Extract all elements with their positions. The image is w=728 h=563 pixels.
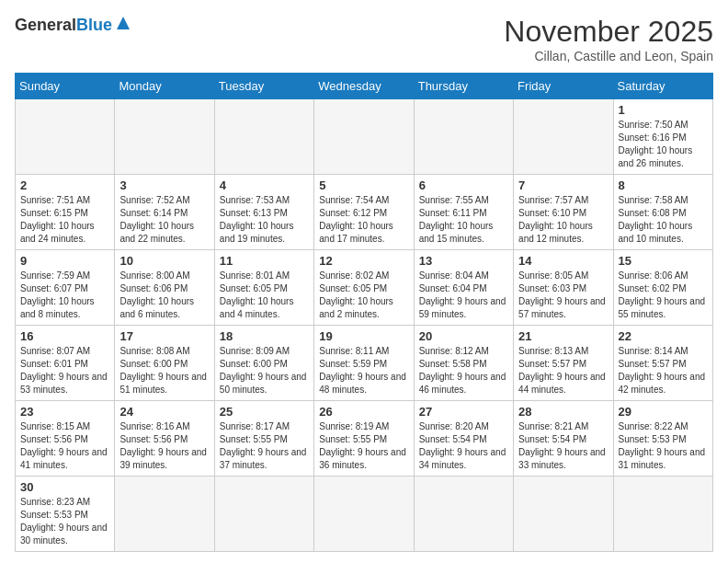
day-info: Sunrise: 8:05 AM Sunset: 6:03 PM Dayligh… [518,270,608,321]
calendar-cell: 16Sunrise: 8:07 AM Sunset: 6:01 PM Dayli… [16,326,115,401]
calendar-cell: 30Sunrise: 8:23 AM Sunset: 5:53 PM Dayli… [16,477,115,552]
day-number: 14 [518,254,608,268]
day-number: 6 [419,178,508,192]
day-number: 2 [20,178,109,192]
day-info: Sunrise: 8:04 AM Sunset: 6:04 PM Dayligh… [419,270,508,321]
calendar-week-row: 1Sunrise: 7:50 AM Sunset: 6:16 PM Daylig… [16,99,713,175]
calendar-cell: 1Sunrise: 7:50 AM Sunset: 6:16 PM Daylig… [613,99,712,175]
calendar-cell: 4Sunrise: 7:53 AM Sunset: 6:13 PM Daylig… [214,175,313,250]
day-number: 16 [20,329,109,343]
day-info: Sunrise: 8:17 AM Sunset: 5:55 PM Dayligh… [220,420,309,472]
svg-marker-0 [117,17,130,29]
calendar-table: SundayMondayTuesdayWednesdayThursdayFrid… [15,73,713,552]
day-info: Sunrise: 7:58 AM Sunset: 6:08 PM Dayligh… [619,194,708,246]
calendar-cell: 8Sunrise: 7:58 AM Sunset: 6:08 PM Daylig… [613,175,712,250]
day-number: 15 [619,254,708,268]
day-number: 13 [419,254,508,268]
day-number: 26 [319,405,408,419]
day-number: 24 [119,405,209,419]
day-number: 23 [20,405,109,419]
day-info: Sunrise: 8:14 AM Sunset: 5:57 PM Dayligh… [619,345,708,396]
day-info: Sunrise: 8:02 AM Sunset: 6:05 PM Dayligh… [319,270,408,321]
day-number: 7 [518,178,608,192]
day-number: 20 [419,329,508,343]
day-number: 12 [319,254,408,268]
day-info: Sunrise: 7:53 AM Sunset: 6:13 PM Dayligh… [220,194,309,246]
weekday-header-thursday: Thursday [414,74,513,99]
logo-icon [115,15,131,35]
day-number: 29 [619,405,708,419]
title-area: November 2025 Cillan, Castille and Leon,… [504,15,713,63]
calendar-cell [214,477,313,552]
day-info: Sunrise: 7:52 AM Sunset: 6:14 PM Dayligh… [119,194,209,246]
calendar-cell: 12Sunrise: 8:02 AM Sunset: 6:05 PM Dayli… [314,250,414,326]
calendar-cell [514,477,613,552]
day-number: 25 [220,405,309,419]
day-number: 3 [119,178,209,192]
weekday-header-monday: Monday [115,74,214,99]
calendar-cell: 13Sunrise: 8:04 AM Sunset: 6:04 PM Dayli… [414,250,513,326]
day-info: Sunrise: 8:13 AM Sunset: 5:57 PM Dayligh… [518,345,608,396]
weekday-header-friday: Friday [514,74,613,99]
calendar-cell: 22Sunrise: 8:14 AM Sunset: 5:57 PM Dayli… [613,326,712,401]
calendar-cell: 17Sunrise: 8:08 AM Sunset: 6:00 PM Dayli… [115,326,214,401]
month-title: November 2025 [504,15,713,49]
day-info: Sunrise: 8:16 AM Sunset: 5:56 PM Dayligh… [119,420,209,472]
page-header: General Blue November 2025 Cillan, Casti… [15,15,713,63]
calendar-cell: 14Sunrise: 8:05 AM Sunset: 6:03 PM Dayli… [514,250,613,326]
day-info: Sunrise: 7:54 AM Sunset: 6:12 PM Dayligh… [319,194,408,246]
calendar-cell: 9Sunrise: 7:59 AM Sunset: 6:07 PM Daylig… [16,250,115,326]
calendar-cell: 25Sunrise: 8:17 AM Sunset: 5:55 PM Dayli… [214,401,313,477]
calendar-cell [514,99,613,175]
location-subtitle: Cillan, Castille and Leon, Spain [504,49,713,63]
calendar-cell: 10Sunrise: 8:00 AM Sunset: 6:06 PM Dayli… [115,250,214,326]
day-number: 5 [319,178,408,192]
calendar-week-row: 2Sunrise: 7:51 AM Sunset: 6:15 PM Daylig… [16,175,713,250]
calendar-week-row: 23Sunrise: 8:15 AM Sunset: 5:56 PM Dayli… [16,401,713,477]
calendar-cell: 3Sunrise: 7:52 AM Sunset: 6:14 PM Daylig… [115,175,214,250]
day-number: 19 [319,329,408,343]
calendar-cell [414,477,513,552]
day-number: 4 [220,178,309,192]
day-info: Sunrise: 8:06 AM Sunset: 6:02 PM Dayligh… [619,270,708,321]
day-number: 22 [619,329,708,343]
day-info: Sunrise: 7:50 AM Sunset: 6:16 PM Dayligh… [619,119,708,170]
calendar-cell: 28Sunrise: 8:21 AM Sunset: 5:54 PM Dayli… [514,401,613,477]
day-info: Sunrise: 8:00 AM Sunset: 6:06 PM Dayligh… [119,270,209,321]
day-info: Sunrise: 8:12 AM Sunset: 5:58 PM Dayligh… [419,345,508,396]
day-number: 28 [518,405,608,419]
calendar-cell: 21Sunrise: 8:13 AM Sunset: 5:57 PM Dayli… [514,326,613,401]
day-number: 27 [419,405,508,419]
day-number: 1 [619,103,708,117]
calendar-cell [314,99,414,175]
logo-area: General Blue [15,15,131,35]
day-info: Sunrise: 8:15 AM Sunset: 5:56 PM Dayligh… [20,420,109,472]
calendar-cell [214,99,313,175]
calendar-cell: 24Sunrise: 8:16 AM Sunset: 5:56 PM Dayli… [115,401,214,477]
calendar-header-row: SundayMondayTuesdayWednesdayThursdayFrid… [16,74,713,99]
calendar-cell [115,477,214,552]
day-number: 21 [518,329,608,343]
day-info: Sunrise: 8:23 AM Sunset: 5:53 PM Dayligh… [20,496,109,547]
calendar-cell: 2Sunrise: 7:51 AM Sunset: 6:15 PM Daylig… [16,175,115,250]
calendar-cell: 19Sunrise: 8:11 AM Sunset: 5:59 PM Dayli… [314,326,414,401]
calendar-cell: 20Sunrise: 8:12 AM Sunset: 5:58 PM Dayli… [414,326,513,401]
weekday-header-sunday: Sunday [16,74,115,99]
calendar-cell [314,477,414,552]
calendar-week-row: 9Sunrise: 7:59 AM Sunset: 6:07 PM Daylig… [16,250,713,326]
day-info: Sunrise: 8:07 AM Sunset: 6:01 PM Dayligh… [20,345,109,396]
day-number: 8 [619,178,708,192]
weekday-header-saturday: Saturday [613,74,712,99]
day-number: 10 [119,254,209,268]
calendar-cell: 23Sunrise: 8:15 AM Sunset: 5:56 PM Dayli… [16,401,115,477]
day-info: Sunrise: 8:21 AM Sunset: 5:54 PM Dayligh… [518,420,608,472]
day-info: Sunrise: 7:51 AM Sunset: 6:15 PM Dayligh… [20,194,109,246]
day-number: 9 [20,254,109,268]
calendar-week-row: 16Sunrise: 8:07 AM Sunset: 6:01 PM Dayli… [16,326,713,401]
calendar-cell: 29Sunrise: 8:22 AM Sunset: 5:53 PM Dayli… [613,401,712,477]
calendar-cell: 11Sunrise: 8:01 AM Sunset: 6:05 PM Dayli… [214,250,313,326]
day-info: Sunrise: 8:22 AM Sunset: 5:53 PM Dayligh… [619,420,708,472]
calendar-cell: 18Sunrise: 8:09 AM Sunset: 6:00 PM Dayli… [214,326,313,401]
calendar-cell: 5Sunrise: 7:54 AM Sunset: 6:12 PM Daylig… [314,175,414,250]
day-info: Sunrise: 7:55 AM Sunset: 6:11 PM Dayligh… [419,194,508,246]
